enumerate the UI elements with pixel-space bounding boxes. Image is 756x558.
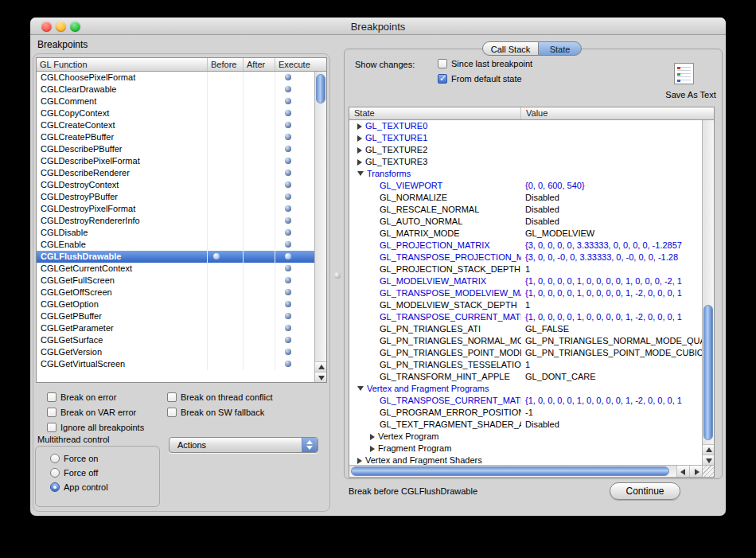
before-breakpoint-cell[interactable] xyxy=(208,131,244,143)
save-as-text-icon[interactable] xyxy=(674,63,694,84)
function-row[interactable]: CGLCreateContext xyxy=(37,119,314,131)
execute-cell[interactable] xyxy=(275,287,314,299)
function-row[interactable]: CGLCreatePBuffer xyxy=(37,131,314,143)
after-breakpoint-cell[interactable] xyxy=(244,84,275,96)
before-breakpoint-cell[interactable] xyxy=(208,203,244,215)
state-row[interactable]: GL_TRANSFORM_HINT_APPLEGL_DONT_CARE xyxy=(349,371,702,383)
state-row[interactable]: GL_TEXTURE3 xyxy=(349,156,702,168)
before-breakpoint-cell[interactable] xyxy=(208,334,244,346)
execute-cell[interactable] xyxy=(275,203,314,215)
after-breakpoint-cell[interactable] xyxy=(244,203,275,215)
state-row[interactable]: GL_PROJECTION_MATRIX{3, 0, 0, 0, 0, 3.33… xyxy=(349,240,702,252)
checkbox-box[interactable] xyxy=(167,408,177,417)
state-row[interactable]: GL_TRANSPOSE_MODELVIEW_MAT{1, 0, 0, 0, 0… xyxy=(349,287,702,299)
before-breakpoint-cell[interactable] xyxy=(208,358,244,370)
before-breakpoint-cell[interactable] xyxy=(208,72,244,84)
disclosure-triangle-icon[interactable] xyxy=(357,135,362,142)
execute-cell[interactable] xyxy=(275,227,314,239)
after-breakpoint-cell[interactable] xyxy=(244,251,275,263)
state-row[interactable]: GL_PN_TRIANGLES_POINT_MODE_GL_PN_TRIANGL… xyxy=(349,347,702,359)
function-row[interactable]: CGLGetFullScreen xyxy=(37,275,314,287)
state-row[interactable]: GL_PROGRAM_ERROR_POSITION_A-1 xyxy=(349,407,702,419)
after-breakpoint-cell[interactable] xyxy=(244,107,275,119)
before-breakpoint-cell[interactable] xyxy=(208,155,244,167)
scrollbar-thumb[interactable] xyxy=(351,466,669,476)
checkbox-break-on-thread-conflict[interactable]: Break on thread conflict xyxy=(167,392,273,402)
function-row[interactable]: CGLGetVirtualScreen xyxy=(37,358,314,370)
before-breakpoint-cell[interactable] xyxy=(208,310,244,322)
function-row[interactable]: CGLGetSurface xyxy=(37,334,314,346)
function-row[interactable]: CGLDescribeRenderer xyxy=(37,167,314,179)
after-breakpoint-cell[interactable] xyxy=(244,143,275,155)
column-header-execute[interactable]: Execute xyxy=(275,58,326,71)
scrollbar-thumb[interactable] xyxy=(316,74,325,103)
function-row[interactable]: CGLDestroyPixelFormat xyxy=(37,203,314,215)
column-header-before[interactable]: Before xyxy=(208,58,244,71)
checkbox-ignore-all-breakpoints[interactable]: Ignore all breakpoints xyxy=(47,422,144,432)
function-row[interactable]: CGLDescribePBuffer xyxy=(37,143,314,155)
checkbox-break-on-error[interactable]: Break on error xyxy=(47,392,116,402)
disclosure-triangle-icon[interactable] xyxy=(357,123,362,130)
radio-circle[interactable] xyxy=(50,454,60,463)
after-breakpoint-cell[interactable] xyxy=(244,287,275,299)
before-breakpoint-cell[interactable] xyxy=(208,96,244,107)
function-row[interactable]: CGLGetOffScreen xyxy=(37,287,314,299)
function-row[interactable]: CGLClearDrawable xyxy=(37,84,314,96)
state-row[interactable]: GL_TRANSPOSE_CURRENT_MATRI{1, 0, 0, 0, 0… xyxy=(349,395,702,407)
function-row[interactable]: CGLGetPBuffer xyxy=(37,310,314,322)
before-breakpoint-cell[interactable] xyxy=(208,143,244,155)
execute-cell[interactable] xyxy=(275,191,314,203)
scrollbar-thumb[interactable] xyxy=(703,305,713,440)
function-row[interactable]: CGLDestroyRendererInfo xyxy=(37,215,314,227)
execute-cell[interactable] xyxy=(275,239,314,251)
column-header-after[interactable]: After xyxy=(244,58,275,71)
state-row[interactable]: GL_TEXT_FRAGMENT_SHADER_ATDisabled xyxy=(349,419,702,431)
state-row[interactable]: GL_VIEWPORT{0, 0, 600, 540} xyxy=(349,180,702,192)
after-breakpoint-cell[interactable] xyxy=(244,239,275,251)
execute-cell[interactable] xyxy=(275,358,314,370)
execute-cell[interactable] xyxy=(275,131,314,143)
after-breakpoint-cell[interactable] xyxy=(244,191,275,203)
execute-cell[interactable] xyxy=(275,251,314,263)
checkbox-break-on-sw-fallback[interactable]: Break on SW fallback xyxy=(167,407,264,417)
after-breakpoint-cell[interactable] xyxy=(244,310,275,322)
after-breakpoint-cell[interactable] xyxy=(244,299,275,310)
state-row[interactable]: GL_MODELVIEW_MATRIX{1, 0, 0, 0, 0, 1, 0,… xyxy=(349,275,702,287)
after-breakpoint-cell[interactable] xyxy=(244,72,275,84)
before-breakpoint-cell[interactable] xyxy=(208,84,244,96)
execute-cell[interactable] xyxy=(275,346,314,358)
before-breakpoint-cell[interactable] xyxy=(208,215,244,227)
function-row[interactable]: CGLDestroyContext xyxy=(37,179,314,191)
state-row[interactable]: Fragment Program xyxy=(349,443,702,455)
checkbox-box[interactable] xyxy=(47,392,57,402)
checkbox-box[interactable] xyxy=(47,408,57,417)
scroll-left-arrow[interactable] xyxy=(676,466,689,477)
disclosure-triangle-icon[interactable] xyxy=(357,159,362,166)
state-row[interactable]: GL_PN_TRIANGLES_NORMAL_MODGL_PN_TRIANGLE… xyxy=(349,335,702,347)
disclosure-triangle-icon[interactable] xyxy=(370,446,375,452)
disclosure-triangle-icon[interactable] xyxy=(357,458,362,464)
state-row[interactable]: GL_NORMALIZEDisabled xyxy=(349,192,702,204)
function-row[interactable]: CGLEnable xyxy=(37,239,314,251)
before-breakpoint-cell[interactable] xyxy=(208,107,244,119)
before-breakpoint-cell[interactable] xyxy=(208,167,244,179)
before-breakpoint-cell[interactable] xyxy=(208,227,244,239)
after-breakpoint-cell[interactable] xyxy=(244,227,275,239)
after-breakpoint-cell[interactable] xyxy=(244,179,275,191)
state-row[interactable]: Vertex Program xyxy=(349,431,702,443)
radio-circle[interactable] xyxy=(50,482,60,492)
radio-force-on[interactable]: Force on xyxy=(50,453,98,463)
state-row[interactable]: GL_TEXTURE0 xyxy=(349,120,702,132)
state-row[interactable]: GL_PROJECTION_STACK_DEPTH1 xyxy=(349,263,702,275)
after-breakpoint-cell[interactable] xyxy=(244,322,275,334)
before-breakpoint-cell[interactable] xyxy=(208,263,244,275)
state-table-horizontal-scrollbar[interactable] xyxy=(349,465,702,477)
after-breakpoint-cell[interactable] xyxy=(244,334,275,346)
execute-cell[interactable] xyxy=(275,72,314,84)
tab-state[interactable]: State xyxy=(538,41,582,56)
execute-cell[interactable] xyxy=(275,96,314,107)
after-breakpoint-cell[interactable] xyxy=(244,215,275,227)
after-breakpoint-cell[interactable] xyxy=(244,346,275,358)
execute-cell[interactable] xyxy=(275,84,314,96)
execute-cell[interactable] xyxy=(275,322,314,334)
